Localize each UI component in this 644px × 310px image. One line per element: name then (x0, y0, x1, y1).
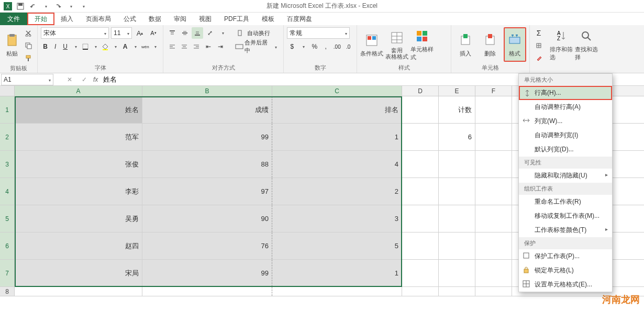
underline-button[interactable]: U (61, 41, 70, 52)
tab-template[interactable]: 模板 (256, 13, 281, 25)
cell[interactable] (439, 205, 475, 232)
align-left-button[interactable] (166, 41, 177, 52)
save-button[interactable] (15, 1, 26, 12)
font-color-button[interactable]: A (121, 41, 130, 52)
increase-indent-button[interactable]: ⇥ (215, 41, 226, 52)
cell[interactable]: 李彩 (15, 178, 142, 205)
wrap-text-button[interactable]: 自动换行 (235, 27, 273, 39)
cell[interactable] (439, 151, 475, 178)
tab-view[interactable]: 视图 (193, 13, 218, 25)
cell[interactable] (475, 178, 512, 205)
cell[interactable]: 张俊 (15, 151, 142, 178)
conditional-format-button[interactable]: 条件格式 (360, 27, 383, 62)
cell[interactable]: 99 (142, 124, 272, 150)
comma-button[interactable]: , (321, 41, 331, 52)
clear-button[interactable] (533, 52, 545, 64)
cell[interactable]: 排名 (272, 96, 402, 123)
qat-customize[interactable] (77, 1, 89, 12)
increase-decimal-button[interactable]: .00 (332, 41, 342, 52)
cell[interactable]: 1 (272, 260, 402, 286)
col-header-E[interactable]: E (439, 86, 475, 96)
row-header[interactable]: 5 (0, 205, 15, 232)
cell[interactable]: 赵四 (15, 233, 142, 259)
tab-formulas[interactable]: 公式 (117, 13, 142, 25)
currency-dropdown[interactable] (298, 41, 309, 52)
menu-col-width[interactable]: 列宽(W)... (519, 114, 612, 128)
font-size-combo[interactable]: 11 (111, 27, 132, 39)
cell[interactable] (402, 205, 439, 232)
delete-cells-button[interactable]: 删除 (479, 27, 502, 62)
copy-button[interactable] (23, 40, 34, 51)
menu-lock-cell[interactable]: 锁定单元格(L) (519, 263, 612, 278)
cell[interactable] (439, 178, 475, 205)
undo-button[interactable] (27, 1, 39, 12)
cell[interactable]: 计数 (439, 96, 475, 123)
cell[interactable] (475, 205, 512, 232)
table-format-button[interactable]: 套用 表格格式 (385, 27, 408, 62)
align-bottom-button[interactable] (192, 27, 203, 39)
font-name-combo[interactable]: 宋体 (41, 27, 109, 39)
cell[interactable] (142, 287, 272, 296)
format-cells-button[interactable]: 格式 (504, 27, 526, 62)
redo-dropdown[interactable] (65, 1, 76, 12)
col-header-D[interactable]: D (402, 86, 439, 96)
tab-baidu[interactable]: 百度网盘 (281, 13, 318, 25)
cell[interactable] (402, 124, 439, 150)
cell[interactable]: 90 (142, 205, 272, 232)
menu-format-cells[interactable]: 设置单元格格式(E)... (519, 278, 612, 292)
cell[interactable] (439, 260, 475, 286)
fill-color-dropdown[interactable] (111, 41, 120, 52)
row-header[interactable]: 2 (0, 124, 15, 150)
phonetic-dropdown[interactable] (151, 41, 160, 52)
row-header[interactable]: 6 (0, 233, 15, 259)
cut-button[interactable] (23, 27, 34, 39)
tab-insert[interactable]: 插入 (54, 13, 80, 25)
menu-autofit-row[interactable]: 自动调整行高(A) (519, 100, 612, 114)
tab-pdf[interactable]: PDF工具 (218, 13, 256, 25)
insert-cells-button[interactable]: 插入 (454, 27, 477, 62)
cell[interactable]: 5 (272, 233, 402, 259)
redo-button[interactable] (52, 1, 64, 12)
cell[interactable]: 成绩 (142, 96, 272, 123)
autosum-button[interactable]: Σ (533, 27, 545, 39)
cell[interactable] (475, 124, 512, 150)
shrink-font-button[interactable]: A▾ (148, 27, 159, 39)
cell[interactable] (475, 96, 512, 123)
decrease-decimal-button[interactable]: .0 (343, 41, 354, 52)
tab-data[interactable]: 数据 (142, 13, 168, 25)
col-header-F[interactable]: F (475, 86, 512, 96)
row-header[interactable]: 3 (0, 151, 15, 178)
decrease-indent-button[interactable]: ⇤ (203, 41, 214, 52)
sort-filter-button[interactable]: AZ 排序和筛选 (550, 27, 573, 62)
align-top-button[interactable] (166, 27, 178, 39)
cell[interactable]: 姓名 (15, 96, 142, 123)
name-box[interactable]: A1 (1, 74, 53, 85)
cell[interactable] (402, 260, 439, 286)
cell[interactable] (402, 233, 439, 259)
cancel-formula-icon[interactable]: ✕ (64, 74, 75, 85)
col-header-C[interactable]: C (272, 86, 402, 96)
tab-home[interactable]: 开始 (27, 13, 54, 25)
format-painter-button[interactable] (23, 52, 34, 64)
align-middle-button[interactable] (179, 27, 191, 39)
cell[interactable] (402, 151, 439, 178)
fx-icon[interactable]: fx (93, 76, 98, 83)
cell[interactable] (475, 287, 512, 296)
menu-autofit-col[interactable]: 自动调整列宽(I) (519, 128, 612, 142)
cell[interactable] (402, 287, 439, 296)
bold-button[interactable]: B (41, 41, 50, 52)
fill-button[interactable] (533, 40, 545, 51)
menu-move-copy-sheet[interactable]: 移动或复制工作表(M)... (519, 209, 612, 223)
italic-button[interactable]: I (51, 41, 60, 52)
menu-hide-unhide[interactable]: 隐藏和取消隐藏(U)▸ (519, 169, 612, 183)
menu-protect-sheet[interactable]: 保护工作表(P)... (519, 249, 612, 263)
row-header[interactable]: 8 (0, 287, 15, 296)
cell[interactable]: 范军 (15, 124, 142, 150)
cell[interactable]: 4 (272, 151, 402, 178)
cell[interactable] (475, 151, 512, 178)
find-select-button[interactable]: 查找和选择 (575, 27, 598, 62)
align-center-button[interactable] (179, 41, 190, 52)
cell[interactable] (272, 287, 402, 296)
cell[interactable] (15, 287, 142, 296)
cell[interactable]: 吴勇 (15, 205, 142, 232)
